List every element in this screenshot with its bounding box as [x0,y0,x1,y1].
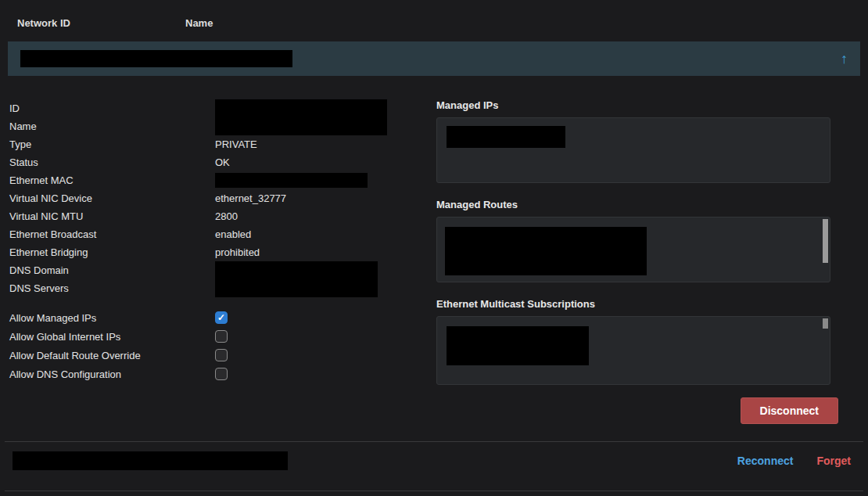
option-row-allow-default-route-override: Allow Default Route Override ✓ [9,346,425,365]
routes-scrollbar[interactable] [823,219,828,263]
network-lists: Managed IPs Managed Routes Ethernet Mult… [425,99,838,424]
column-header-network-id: Network ID [17,17,185,29]
id-value-redacted [215,99,387,117]
field-label-virtual-nic-mtu: Virtual NIC MTU [9,210,215,222]
field-label-type: Type [9,138,215,150]
collapse-network-icon[interactable]: ↑ [841,52,848,66]
option-row-allow-managed-ips: Allow Managed IPs ✓ [9,308,425,327]
managed-ips-box[interactable] [436,117,830,183]
network-fields: ID Name Type PRIVATE Status OK Ethernet … [9,99,425,424]
option-label-allow-default-route-override: Allow Default Route Override [9,350,215,361]
field-label-dns-domain: DNS Domain [9,264,215,276]
allow-dns-configuration-checkbox[interactable]: ✓ [215,368,228,380]
field-row-virtual-nic-device: Virtual NIC Device ethernet_32777 [9,189,425,207]
option-row-allow-global-internet-ips: Allow Global Internet IPs ✓ [9,327,425,346]
allow-default-route-override-checkbox[interactable]: ✓ [215,349,228,361]
divider [5,491,863,491]
check-icon: ✓ [217,313,225,322]
managed-ips-redacted [447,126,565,148]
column-header-name: Name [185,17,213,29]
multicast-subscriptions-redacted [447,326,589,365]
multicast-subscriptions-title: Ethernet Multicast Subscriptions [436,298,838,310]
field-label-name: Name [9,120,215,132]
ethernet-mac-value-redacted [215,173,368,188]
field-row-ethernet-mac: Ethernet MAC [9,171,425,189]
field-row-type: Type PRIVATE [9,135,425,153]
multicast-subscriptions-box[interactable] [436,316,830,385]
forget-link[interactable]: Forget [816,455,851,467]
dns-servers-value-redacted [215,279,378,297]
field-row-ethernet-bridging: Ethernet Bridging prohibited [9,243,425,261]
field-label-ethernet-broadcast: Ethernet Broadcast [9,228,215,240]
field-row-ethernet-broadcast: Ethernet Broadcast enabled [9,225,425,243]
bottom-network-actions: Reconnect Forget [737,455,855,467]
allow-managed-ips-checkbox[interactable]: ✓ [215,311,228,324]
managed-routes-box[interactable] [436,217,830,282]
multicast-scrollbar[interactable] [823,318,828,329]
allow-global-internet-ips-checkbox[interactable]: ✓ [215,330,228,343]
network-options: Allow Managed IPs ✓ Allow Global Interne… [9,308,425,383]
field-row-status: Status OK [9,153,425,171]
option-row-allow-dns-configuration: Allow DNS Configuration ✓ [9,365,425,383]
zerotier-networks-panel: Network ID Name ↑ ID Name Type PRIVATE S… [0,0,868,496]
field-row-dns-servers: DNS Servers [9,279,425,297]
bottom-network-id-redacted [13,451,288,470]
option-label-allow-global-internet-ips: Allow Global Internet IPs [9,331,215,343]
field-row-dns-domain: DNS Domain [9,261,425,279]
network-details: ID Name Type PRIVATE Status OK Ethernet … [0,76,868,424]
network-row-expanded[interactable]: ↑ [8,41,860,76]
reconnect-link[interactable]: Reconnect [737,455,794,467]
field-value-virtual-nic-mtu: 2800 [215,210,238,222]
managed-routes-redacted [445,227,647,275]
network-id-name-redacted [20,50,292,67]
table-header: Network ID Name [0,0,868,29]
field-value-status: OK [215,156,230,168]
option-label-allow-dns-configuration: Allow DNS Configuration [9,368,215,380]
field-value-ethernet-broadcast: enabled [215,228,251,240]
field-value-virtual-nic-device: ethernet_32777 [215,192,286,204]
field-value-ethernet-bridging: prohibited [215,246,260,258]
field-row-name: Name [9,117,425,135]
field-value-type: PRIVATE [215,138,257,150]
dns-domain-value-redacted [215,261,378,279]
name-value-redacted [215,117,387,135]
field-label-status: Status [9,156,215,168]
network-row-collapsed[interactable]: Reconnect Forget [0,442,868,480]
disconnect-button[interactable]: Disconnect [741,397,838,424]
field-label-dns-servers: DNS Servers [9,282,215,294]
field-label-id: ID [9,102,215,114]
managed-routes-title: Managed Routes [436,199,838,210]
field-row-id: ID [9,99,425,117]
field-label-ethernet-bridging: Ethernet Bridging [9,246,215,258]
field-row-virtual-nic-mtu: Virtual NIC MTU 2800 [9,207,425,225]
field-label-virtual-nic-device: Virtual NIC Device [9,192,215,204]
option-label-allow-managed-ips: Allow Managed IPs [9,312,215,324]
managed-ips-title: Managed IPs [436,99,838,111]
field-label-ethernet-mac: Ethernet MAC [9,174,215,186]
